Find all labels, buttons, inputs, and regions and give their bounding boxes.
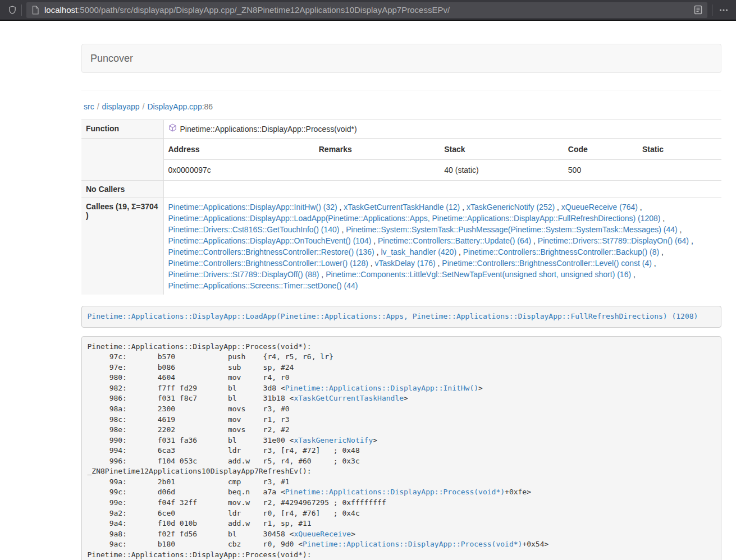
static-value	[638, 160, 721, 181]
breadcrumb-separator: /	[140, 102, 148, 111]
breadcrumb-link-displayapp[interactable]: displayapp	[102, 102, 140, 111]
callee-link[interactable]: Pinetime::Controllers::BrightnessControl…	[463, 247, 659, 256]
function-name-cell: Pinetime::Applications::DisplayApp::Proc…	[168, 123, 717, 135]
table-row: Address Remarks Stack Code Static 0x0000…	[81, 139, 721, 181]
callee-link[interactable]: Pinetime::Controllers::BrightnessControl…	[168, 259, 368, 268]
stack-value: 40 (static)	[440, 160, 564, 181]
shield-icon[interactable]	[8, 6, 17, 15]
disasm-symbol-link[interactable]: Pinetime::Applications::DisplayApp::Init…	[285, 384, 478, 392]
disasm-symbol-link[interactable]: Pinetime::Applications::DisplayApp::Proc…	[285, 488, 505, 496]
callee-link[interactable]: Pinetime::Applications::DisplayApp::Load…	[168, 214, 661, 223]
url-path: :5000/path/src/displayapp/DisplayApp.cpp…	[77, 5, 450, 15]
breadcrumb-line-number: :86	[202, 102, 213, 111]
url-host: localhost	[44, 5, 77, 15]
menu-icon[interactable]	[717, 9, 730, 11]
callee-link[interactable]: Pinetime::Controllers::BrightnessControl…	[168, 247, 374, 256]
table-row: No Callers	[81, 181, 721, 198]
table-row: Callees (19, Σ=3704 ) Pinetime::Applicat…	[81, 198, 721, 295]
callee-link[interactable]: Pinetime::System::SystemTask::PushMessag…	[346, 225, 678, 234]
disasm-symbol-link[interactable]: xTaskGenericNotify	[294, 436, 373, 444]
browser-toolbar: localhost:5000/path/src/displayapp/Displ…	[0, 0, 736, 21]
callee-link[interactable]: Pinetime::Applications::DisplayApp::OnTo…	[168, 236, 372, 245]
table-row: Function Pinetime::Applications::Display…	[81, 120, 721, 139]
address-value: 0x0000097c	[164, 160, 314, 181]
toolbar-separator	[21, 4, 22, 16]
callee-link[interactable]: Pinetime::Controllers::BrightnessControl…	[442, 259, 651, 268]
toolbar-separator	[712, 4, 712, 16]
callee-link[interactable]: Pinetime::Drivers::St7789::DisplayOff() …	[168, 270, 319, 279]
function-label: Function	[81, 120, 163, 139]
divider	[81, 90, 721, 90]
disasm-symbol-link[interactable]: Pinetime::Applications::DisplayApp::Proc…	[303, 540, 522, 548]
callee-link[interactable]: xTaskGetCurrentTaskHandle (12)	[344, 203, 460, 212]
page-icon[interactable]	[31, 6, 39, 15]
function-table: Function Pinetime::Applications::Display…	[81, 120, 721, 295]
callee-link[interactable]: Pinetime::Drivers::St7789::DisplayOn() (…	[538, 236, 689, 245]
disassembly: Pinetime::Applications::DisplayApp::Proc…	[81, 336, 721, 560]
callee-link[interactable]: Pinetime::Drivers::Cst816S::GetTouchInfo…	[168, 225, 340, 234]
reader-mode-icon[interactable]	[694, 5, 702, 15]
package-cube-icon	[168, 123, 180, 135]
url-bar[interactable]: localhost:5000/path/src/displayapp/Displ…	[26, 2, 707, 18]
no-callers-cell	[163, 181, 721, 198]
callee-link[interactable]: Pinetime::Components::LittleVgl::SetNewT…	[326, 270, 631, 279]
code-value: 500	[564, 160, 638, 181]
callee-link[interactable]: xTaskGenericNotify (252)	[467, 203, 555, 212]
function-name: Pinetime::Applications::DisplayApp::Proc…	[180, 123, 357, 135]
breadcrumb-link-file[interactable]: DisplayApp.cpp	[147, 102, 202, 111]
empty-label-cell	[81, 139, 163, 181]
disasm-symbol-link[interactable]: xQueueReceive	[294, 530, 351, 538]
breadcrumb-separator: /	[94, 102, 102, 111]
page-container: Puncover src/displayapp/DisplayApp.cpp:8…	[81, 44, 721, 560]
stats-header-row: Address Remarks Stack Code Static	[164, 139, 722, 160]
stats-table: Address Remarks Stack Code Static 0x0000…	[164, 139, 722, 180]
breadcrumb-link-src[interactable]: src	[84, 102, 94, 111]
callee-link[interactable]: lv_task_handler (420)	[381, 247, 456, 256]
breadcrumb: src/displayapp/DisplayApp.cpp:86	[81, 101, 721, 112]
col-header-remarks: Remarks	[314, 139, 440, 160]
brand-link[interactable]: Puncover	[82, 53, 141, 65]
disasm-symbol-link[interactable]: xTaskGetCurrentTaskHandle	[294, 394, 404, 402]
loadapp-code-box: Pinetime::Applications::DisplayApp::Load…	[81, 306, 721, 328]
callee-link[interactable]: Pinetime::Controllers::Battery::Update()…	[378, 236, 531, 245]
callee-link[interactable]: vTaskDelay (176)	[375, 259, 436, 268]
navbar: Puncover	[81, 44, 721, 73]
callee-link[interactable]: Pinetime::Applications::DisplayApp::Init…	[168, 203, 337, 212]
col-header-code: Code	[564, 139, 638, 160]
callees-label: Callees (19, Σ=3704 )	[81, 198, 163, 295]
callees-list: Pinetime::Applications::DisplayApp::Init…	[163, 198, 721, 295]
no-callers-label: No Callers	[81, 181, 163, 198]
col-header-static: Static	[638, 139, 721, 160]
callee-link[interactable]: Pinetime::Applications::Screens::Timer::…	[168, 281, 358, 290]
callee-link[interactable]: xQueueReceive (764)	[561, 203, 638, 212]
loadapp-symbol-link[interactable]: Pinetime::Applications::DisplayApp::Load…	[88, 312, 698, 320]
stats-value-row: 0x0000097c 40 (static) 500	[164, 160, 722, 181]
col-header-stack: Stack	[440, 139, 564, 160]
remarks-value	[314, 160, 440, 181]
url-text: localhost:5000/path/src/displayapp/Displ…	[44, 5, 694, 15]
col-header-address: Address	[164, 139, 314, 160]
